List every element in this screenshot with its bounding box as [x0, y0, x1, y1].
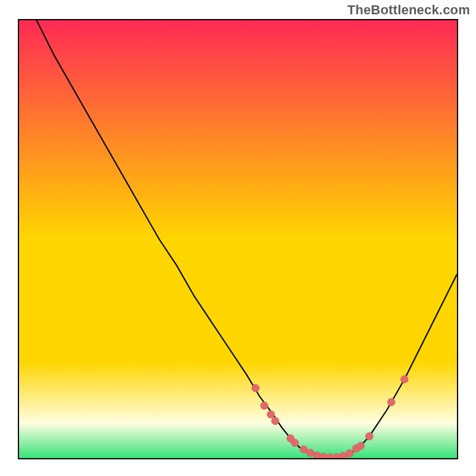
plot-frame	[18, 19, 458, 459]
data-marker	[365, 433, 373, 440]
plot-svg	[19, 20, 457, 458]
data-marker	[271, 417, 279, 425]
chart-container: TheBottleneck.com	[0, 0, 476, 476]
gradient-background	[19, 20, 457, 458]
data-marker	[387, 398, 395, 406]
data-marker	[346, 449, 353, 457]
data-marker	[357, 442, 365, 450]
data-marker	[261, 402, 268, 409]
data-marker	[400, 375, 408, 383]
data-marker	[252, 384, 259, 392]
data-marker	[267, 411, 275, 418]
watermark-text: TheBottleneck.com	[347, 2, 470, 18]
data-marker	[291, 439, 299, 447]
